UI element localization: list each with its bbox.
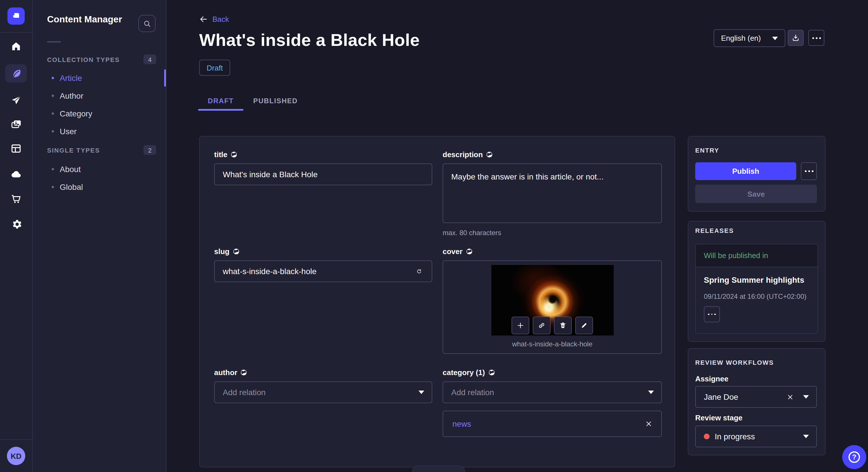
- help-button[interactable]: ?: [842, 445, 866, 469]
- header-actions: English (en): [714, 29, 825, 47]
- ellipsis-icon: [812, 37, 820, 39]
- title-input[interactable]: [214, 164, 432, 185]
- chevron-down-icon: [803, 435, 809, 438]
- nav-paper-plane-icon[interactable]: [0, 93, 32, 108]
- sidebar-item-category[interactable]: Category: [52, 108, 92, 119]
- page-title: What's inside a Black Hole: [199, 30, 420, 50]
- plus-icon: [517, 322, 524, 329]
- nav-divider: [0, 439, 32, 440]
- author-relation-select[interactable]: Add relation: [214, 381, 432, 403]
- locale-select[interactable]: English (en): [714, 29, 785, 47]
- chevron-down-icon: [418, 391, 424, 394]
- version-tabs: DRAFT PUBLISHED: [198, 92, 307, 110]
- description-textarea[interactable]: Maybe the answer is in this article, or …: [443, 164, 662, 223]
- category-relation-select[interactable]: Add relation: [443, 381, 662, 403]
- header-more-button[interactable]: [808, 30, 825, 46]
- content-manager-sidebar: Content Manager COLLECTION TYPES 4 Artic…: [33, 0, 166, 472]
- sidebar-item-author[interactable]: Author: [52, 90, 84, 102]
- sidebar-item-user[interactable]: User: [52, 126, 76, 137]
- description-hint: max. 80 characters: [443, 229, 662, 237]
- slug-input[interactable]: [214, 260, 432, 282]
- close-icon: [787, 394, 794, 400]
- strapi-logo-icon: [11, 11, 21, 21]
- collection-types-header: COLLECTION TYPES 4: [47, 55, 156, 64]
- sidebar-item-global[interactable]: Global: [52, 181, 83, 193]
- bullet-icon: [52, 77, 54, 79]
- localized-globe-icon: [233, 248, 239, 255]
- download-icon: [792, 34, 800, 42]
- save-button[interactable]: Save: [695, 185, 817, 203]
- collection-types-count: 4: [144, 55, 156, 64]
- bullet-icon: [52, 186, 54, 188]
- chevron-down-icon: [803, 395, 809, 399]
- back-link[interactable]: Back: [199, 15, 229, 24]
- nav-divider: [0, 32, 32, 33]
- bullet-icon: [52, 112, 54, 115]
- edit-form-panel: title description Maybe the answer is in…: [199, 136, 675, 467]
- release-status: Will be published in: [696, 244, 817, 267]
- chevron-down-icon: [648, 391, 654, 394]
- cover-filename: what-s-inside-a-black-hole: [443, 340, 661, 348]
- field-category: category (1) Add relation news: [443, 368, 662, 437]
- search-icon: [143, 19, 151, 28]
- question-mark-icon: ?: [848, 451, 860, 463]
- add-asset-button[interactable]: [512, 316, 529, 334]
- close-icon: [645, 420, 652, 427]
- subnav-title: Content Manager: [47, 14, 122, 25]
- release-name[interactable]: Spring Summer highlights: [704, 275, 804, 284]
- nav-layout-icon[interactable]: [0, 141, 32, 156]
- field-author: author Add relation: [214, 368, 432, 403]
- entry-more-button[interactable]: [801, 162, 817, 180]
- main-content: Back What's inside a Black Hole Draft DR…: [166, 0, 868, 472]
- edit-asset-button[interactable]: [575, 316, 593, 334]
- field-slug: slug: [214, 247, 432, 282]
- clear-assignee-button[interactable]: [787, 394, 794, 400]
- bullet-icon: [52, 130, 54, 133]
- tab-published[interactable]: PUBLISHED: [243, 92, 307, 110]
- review-stage-select[interactable]: In progress: [695, 426, 817, 447]
- regenerate-slug-button[interactable]: [413, 265, 425, 278]
- releases-panel: RELEASES Will be published in Spring Sum…: [688, 221, 826, 342]
- user-avatar[interactable]: KD: [7, 447, 25, 465]
- chevron-down-icon: [772, 36, 778, 40]
- main-navbar: KD: [0, 0, 33, 472]
- link-icon: [538, 322, 546, 329]
- localized-globe-icon: [488, 369, 495, 376]
- single-types-header: SINGLE TYPES 2: [47, 145, 156, 155]
- localized-globe-icon: [231, 151, 237, 158]
- tab-draft[interactable]: DRAFT: [198, 92, 243, 110]
- search-button[interactable]: [138, 15, 156, 32]
- release-more-button[interactable]: [704, 306, 720, 322]
- nav-marketplace-cart-icon[interactable]: [0, 192, 32, 206]
- strapi-logo[interactable]: [7, 7, 25, 25]
- export-download-button[interactable]: [787, 30, 804, 46]
- field-cover: cover: [443, 247, 662, 354]
- single-types-count: 2: [144, 145, 156, 155]
- field-description: description Maybe the answer is in this …: [443, 150, 662, 237]
- localized-globe-icon: [241, 369, 247, 376]
- nav-content-manager-feather-icon[interactable]: [5, 64, 27, 82]
- pencil-icon: [580, 322, 588, 329]
- sidebar-item-about[interactable]: About: [52, 164, 81, 175]
- cover-asset-card: what-s-inside-a-black-hole: [443, 260, 662, 354]
- bullet-icon: [52, 95, 54, 97]
- collapsed-panel-edge: [412, 466, 465, 472]
- publish-button[interactable]: Publish: [695, 162, 796, 180]
- cover-actions: [512, 316, 593, 334]
- nav-home-icon[interactable]: [0, 39, 32, 54]
- delete-asset-button[interactable]: [554, 316, 572, 334]
- category-tag-news: news: [443, 411, 662, 437]
- review-workflows-panel: REVIEW WORKFLOWS Assignee Jane Doe Revie…: [688, 348, 826, 456]
- nav-media-library-icon[interactable]: [0, 117, 32, 132]
- release-card: Will be published in Spring Summer highl…: [695, 244, 818, 334]
- nav-settings-gear-icon[interactable]: [0, 217, 32, 232]
- localized-globe-icon: [486, 151, 493, 158]
- back-arrow-icon: [199, 15, 208, 24]
- assignee-select[interactable]: Jane Doe: [695, 386, 817, 408]
- nav-cloud-icon[interactable]: [0, 166, 32, 181]
- copy-link-button[interactable]: [533, 316, 551, 334]
- release-date: 09/11/2024 at 16:00 (UTC+02:00): [704, 293, 807, 301]
- remove-category-button[interactable]: [645, 420, 652, 427]
- ellipsis-icon: [708, 314, 716, 315]
- sidebar-item-article[interactable]: Article: [52, 72, 82, 84]
